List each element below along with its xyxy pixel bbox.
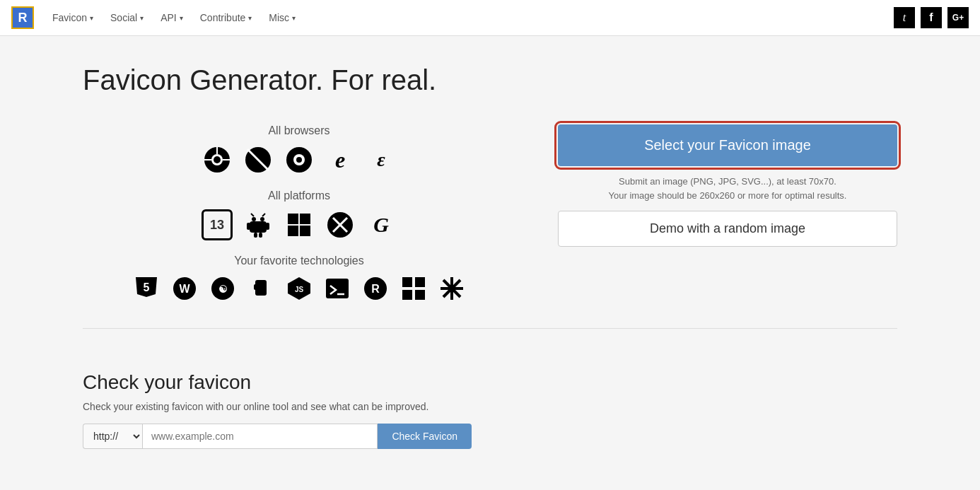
chrome-icon xyxy=(202,144,233,175)
gulp-icon xyxy=(247,274,275,303)
wordpress-icon: W xyxy=(170,274,199,303)
svg-rect-23 xyxy=(300,226,310,236)
select-favicon-button[interactable]: Select your Favicon image xyxy=(558,124,897,166)
nav-item-api[interactable]: API ▾ xyxy=(153,8,190,28)
nav-item-favicon[interactable]: Favicon ▾ xyxy=(45,8,100,28)
terminal-icon xyxy=(323,274,351,303)
dropdown-arrow: ▾ xyxy=(180,14,183,22)
nav-items: Favicon ▾ Social ▾ API ▾ Contribute ▾ Mi… xyxy=(45,8,894,28)
rails-icon: R xyxy=(361,274,390,303)
svg-point-2 xyxy=(214,156,221,163)
browser-icons-row: e ε xyxy=(83,144,515,175)
opera-icon xyxy=(243,144,274,175)
url-input[interactable] xyxy=(142,424,378,449)
svg-rect-22 xyxy=(288,226,298,236)
divider xyxy=(83,328,897,329)
page-title: Favicon Generator. For real. xyxy=(83,64,897,96)
platform-icons-row: 13 xyxy=(83,209,515,240)
technologies-label: Your favorite technologies xyxy=(83,255,515,267)
svg-rect-21 xyxy=(300,214,310,224)
svg-text:JS: JS xyxy=(295,286,304,293)
browsers-label: All browsers xyxy=(83,124,515,137)
svg-point-10 xyxy=(296,157,302,163)
check-favicon-button[interactable]: Check Favicon xyxy=(378,424,472,449)
svg-text:W: W xyxy=(179,283,190,295)
ie-icon: e xyxy=(325,144,356,175)
hint-line2: Your image should be 260x260 or more for… xyxy=(609,189,847,203)
twitter-icon[interactable]: t xyxy=(894,7,915,28)
svg-rect-43 xyxy=(415,290,425,300)
technologies-section: Your favorite technologies 5 W xyxy=(83,255,515,303)
protocol-select[interactable]: http:// https:// xyxy=(83,424,142,449)
svg-rect-40 xyxy=(402,277,412,287)
asterisk-icon xyxy=(438,274,466,303)
svg-rect-15 xyxy=(266,223,269,230)
platforms-section: All platforms 13 xyxy=(83,189,515,240)
google-plus-icon[interactable]: G+ xyxy=(947,7,969,28)
check-favicon-title: Check your favicon xyxy=(83,371,897,394)
google-icon: G xyxy=(366,209,397,240)
nav-item-misc[interactable]: Misc ▾ xyxy=(262,8,303,28)
dropdown-arrow: ▾ xyxy=(248,14,252,22)
windows-icon xyxy=(284,209,315,240)
svg-point-11 xyxy=(252,217,256,221)
svg-rect-17 xyxy=(259,233,262,238)
nodejs-icon: JS xyxy=(285,274,313,303)
firefox-icon xyxy=(284,144,315,175)
check-favicon-section: Check your favicon Check your existing f… xyxy=(66,371,914,477)
browsers-section: All browsers xyxy=(83,124,515,175)
android13-icon: 13 xyxy=(202,209,233,240)
features-column: All browsers xyxy=(83,124,515,307)
platforms-label: All platforms xyxy=(83,189,515,202)
svg-rect-41 xyxy=(415,277,425,287)
tech-icons-row: 5 W ☯ xyxy=(83,274,515,303)
demo-random-image-button[interactable]: Demo with a random image xyxy=(558,211,897,247)
hint-line1: Submit an image (PNG, JPG, SVG...), at l… xyxy=(609,175,847,189)
svg-line-18 xyxy=(251,214,254,216)
nav-item-social[interactable]: Social ▾ xyxy=(103,8,151,28)
svg-text:5: 5 xyxy=(144,281,150,293)
mac-icon xyxy=(325,209,356,240)
page-content: Favicon Generator. For real. All browser… xyxy=(66,36,914,329)
main-nav: R Favicon ▾ Social ▾ API ▾ Contribute ▾ … xyxy=(0,0,980,36)
nav-item-contribute[interactable]: Contribute ▾ xyxy=(193,8,259,28)
svg-rect-14 xyxy=(247,223,250,230)
image-hint: Submit an image (PNG, JPG, SVG...), at l… xyxy=(609,175,847,202)
svg-line-19 xyxy=(262,214,265,216)
check-favicon-form: http:// https:// Check Favicon xyxy=(83,424,472,449)
dropdown-arrow: ▾ xyxy=(90,14,93,22)
svg-rect-33 xyxy=(254,284,257,290)
svg-text:R: R xyxy=(371,283,380,295)
svg-rect-36 xyxy=(326,279,349,298)
svg-rect-42 xyxy=(402,290,412,300)
logo[interactable]: R xyxy=(11,6,34,29)
svg-rect-13 xyxy=(250,221,267,233)
windows-tiles-icon xyxy=(399,274,428,303)
check-favicon-description: Check your existing favicon with our onl… xyxy=(83,401,897,412)
svg-rect-20 xyxy=(288,214,298,224)
actions-column: Select your Favicon image Submit an imag… xyxy=(558,124,897,247)
svg-text:☯: ☯ xyxy=(218,284,228,295)
two-column-layout: All browsers xyxy=(83,124,897,307)
facebook-icon[interactable]: f xyxy=(921,7,942,28)
svg-point-12 xyxy=(260,217,264,221)
dropdown-arrow: ▾ xyxy=(292,14,296,22)
svg-rect-16 xyxy=(254,233,257,238)
social-links: t f G+ xyxy=(894,7,969,28)
android-icon xyxy=(243,209,274,240)
edge-icon: ε xyxy=(366,144,397,175)
html5-icon: 5 xyxy=(132,274,161,303)
dropdown-arrow: ▾ xyxy=(140,14,144,22)
grunt-icon: ☯ xyxy=(209,274,237,303)
